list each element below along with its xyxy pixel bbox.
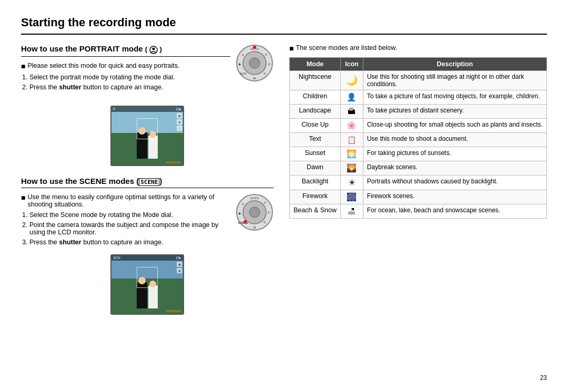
scene-section-title: How to use the SCENE modes (SCENE) xyxy=(21,177,273,188)
description-cell: Use this for shooting still images at ni… xyxy=(363,70,546,90)
scene-step-1: Select the Scene mode by rotating the Mo… xyxy=(29,211,230,219)
svg-point-25 xyxy=(244,220,247,223)
mode-cell: Backlight xyxy=(290,175,341,190)
scene-camera-display: SCN 10▸ ▣ ◉ xyxy=(21,254,273,315)
camera-top-info: P xyxy=(113,107,115,111)
mode-cell: Text xyxy=(290,132,341,147)
svg-point-4 xyxy=(249,58,260,68)
camera-date-scene: 2006/01/01 xyxy=(166,310,181,313)
scene-camera-mode: SCN xyxy=(113,256,120,260)
description-cell: Firework scenes. xyxy=(363,190,546,204)
icon-cell: 🏔 xyxy=(341,104,363,118)
icon-cell: 🎆 xyxy=(341,190,363,204)
scene-text: ■ Use the menu to easily configure optim… xyxy=(21,193,230,250)
portrait-text: How to use the PORTRAIT mode ( ) ■ Pleas… xyxy=(21,44,230,95)
mode-cell: Children xyxy=(290,90,341,104)
portrait-step-1: Select the portrait mode by rotating the… xyxy=(29,74,230,81)
svg-text:d: d xyxy=(242,202,244,205)
table-row: Close Up🌸Close-up shooting for small obj… xyxy=(290,118,547,132)
svg-text:M: M xyxy=(253,226,256,229)
scene-controls-wrapper: ■ Use the menu to easily configure optim… xyxy=(21,193,273,250)
scene-mode-dial: AUTO P A S M SCENE ▶ d xyxy=(236,193,273,231)
description-cell: Close-up shooting for small objects such… xyxy=(363,118,546,132)
portrait-steps: Select the portrait mode by rotating the… xyxy=(29,74,230,91)
scene-cam-icon-1: ▣ xyxy=(177,262,182,267)
left-column: How to use the PORTRAIT mode ( ) ■ Pleas… xyxy=(21,44,273,319)
svg-text:P: P xyxy=(264,201,266,204)
scene-cam-icon-2: ◉ xyxy=(177,268,182,273)
svg-text:▶: ▶ xyxy=(239,212,241,215)
bullet-symbol-scene: ■ xyxy=(21,193,25,202)
right-column: ■ The scene modes are listed below. Mode… xyxy=(289,44,547,319)
camera-icon-2: ◉ xyxy=(177,119,182,125)
portrait-section: How to use the PORTRAIT mode ( ) ■ Pleas… xyxy=(21,44,273,95)
svg-text:▶: ▶ xyxy=(239,63,241,66)
svg-point-13 xyxy=(253,46,256,49)
svg-point-16 xyxy=(249,207,260,218)
svg-text:SCN: SCN xyxy=(240,72,247,75)
description-cell: Portraits without shadows caused by back… xyxy=(363,175,546,190)
col-header-description: Description xyxy=(363,57,546,70)
scene-step-2: Point the camera towards the subject and… xyxy=(29,221,230,236)
camera-icon-3: ⚡ xyxy=(177,126,182,131)
mode-cell: Firework xyxy=(290,190,341,204)
svg-text:S: S xyxy=(263,72,266,75)
description-cell: To take a picture of fast moving objects… xyxy=(363,90,546,104)
camera-icon-1: ▣ xyxy=(177,113,182,118)
table-row: Dawn🌄Daybreak scenes. xyxy=(290,161,547,175)
icon-cell: 🌄 xyxy=(341,161,363,175)
portrait-bullet: ■ Please select this mode for quick and … xyxy=(21,62,230,71)
mode-cell: Beach & Snow xyxy=(290,204,341,218)
camera-shot-count: 10▸ xyxy=(176,107,181,111)
svg-text:S: S xyxy=(263,221,266,224)
icon-cell: ☀ xyxy=(341,175,363,190)
icon-cell: 👤 xyxy=(341,90,363,104)
camera-date-portrait: 2006/01/01 xyxy=(166,161,181,164)
icon-cell: 🌙 xyxy=(341,70,363,90)
portrait-icon: ( ) xyxy=(145,45,162,53)
svg-text:A: A xyxy=(268,211,270,214)
scene-table-intro: ■ The scene modes are listed below. xyxy=(289,44,547,53)
portrait-camera-display: P 10▸ ▣ xyxy=(21,106,273,166)
mode-cell: Sunset xyxy=(290,147,341,161)
page-title: Starting the recording mode xyxy=(21,16,547,35)
table-row: Text📋Use this mode to shoot a document. xyxy=(290,132,547,147)
description-cell: For ocean, lake, beach and snowscape sce… xyxy=(363,204,546,218)
svg-text:AUTO: AUTO xyxy=(250,197,259,200)
table-row: Beach & Snow🏖For ocean, lake, beach and … xyxy=(290,204,547,218)
svg-point-1 xyxy=(152,47,155,50)
bullet-symbol-portrait: ■ xyxy=(21,62,25,71)
icon-cell: 🌅 xyxy=(341,147,363,161)
table-row: Sunset🌅For taking pictures of sunsets. xyxy=(290,147,547,161)
description-cell: To take pictures of distant scenery. xyxy=(363,104,546,118)
scene-modes-table: Mode Icon Description Nightscene🌙Use thi… xyxy=(289,57,547,219)
description-cell: For taking pictures of sunsets. xyxy=(363,147,546,161)
scene-bullet: ■ Use the menu to easily configure optim… xyxy=(21,193,230,208)
table-row: Backlight☀Portraits without shadows caus… xyxy=(290,175,547,190)
table-row: Landscape🏔To take pictures of distant sc… xyxy=(290,104,547,118)
portrait-section-title: How to use the PORTRAIT mode ( ) xyxy=(21,44,230,57)
table-row: Firework🎆Firework scenes. xyxy=(290,190,547,204)
mode-cell: Nightscene xyxy=(290,70,341,90)
table-row: Nightscene🌙Use this for shooting still i… xyxy=(290,70,547,90)
icon-cell: 🌸 xyxy=(341,118,363,132)
page-number: 23 xyxy=(540,374,547,381)
mode-cell: Dawn xyxy=(290,161,341,175)
description-cell: Daybreak scenes. xyxy=(363,161,546,175)
scene-camera-count: 10▸ xyxy=(176,256,181,260)
scene-label: SCENE xyxy=(139,178,159,186)
portrait-mode-dial: AUTO P A S M SCN ▶ d xyxy=(236,44,273,82)
icon-cell: 🏖 xyxy=(341,204,363,218)
col-header-mode: Mode xyxy=(290,57,341,70)
scene-section: How to use the SCENE modes (SCENE) ■ Use… xyxy=(21,177,273,315)
icon-cell: 📋 xyxy=(341,132,363,147)
scene-steps: Select the Scene mode by rotating the Mo… xyxy=(29,211,230,246)
table-row: Children👤To take a picture of fast movin… xyxy=(290,90,547,104)
portrait-mode-icon xyxy=(149,46,158,54)
portrait-step-2: Press the shutter button to capture an i… xyxy=(29,84,230,91)
col-header-icon: Icon xyxy=(341,57,363,70)
svg-text:P: P xyxy=(265,53,267,56)
svg-text:d: d xyxy=(242,53,244,56)
svg-text:A: A xyxy=(268,63,270,66)
mode-cell: Landscape xyxy=(290,104,341,118)
